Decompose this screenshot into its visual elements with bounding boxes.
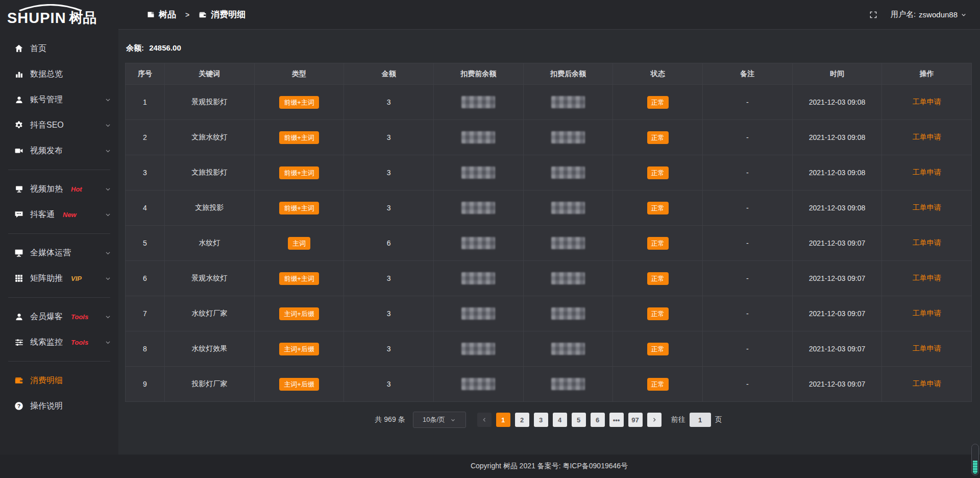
sidebar-item-video-publish[interactable]: 视频发布 bbox=[0, 138, 118, 163]
sidebar-item-help[interactable]: ? 操作说明 bbox=[0, 393, 118, 419]
work-order-link[interactable]: 工单申请 bbox=[913, 133, 941, 142]
work-order-link[interactable]: 工单申请 bbox=[913, 379, 941, 389]
fullscreen-icon[interactable] bbox=[869, 11, 877, 19]
chevron-down-icon bbox=[450, 417, 456, 423]
page-button-5[interactable]: 5 bbox=[572, 413, 586, 427]
chevron-down-icon bbox=[105, 275, 111, 282]
goto-page-input[interactable] bbox=[690, 413, 711, 427]
cell-index: 5 bbox=[126, 226, 165, 261]
sidebar-item-data-overview[interactable]: 数据总览 bbox=[0, 61, 118, 87]
help-icon: ? bbox=[14, 401, 23, 411]
cell-amount: 3 bbox=[344, 367, 434, 402]
cell-keyword: 文旅水纹灯 bbox=[165, 120, 255, 155]
cell-action: 工单申请 bbox=[882, 296, 972, 331]
work-order-link[interactable]: 工单申请 bbox=[913, 203, 941, 212]
sidebar-item-media-operation[interactable]: 全媒体运营 bbox=[0, 240, 118, 266]
status-badge: 正常 bbox=[647, 166, 669, 179]
sidebar-item-member-burst[interactable]: 会员爆客 Tools bbox=[0, 304, 118, 329]
col-header: 状态 bbox=[613, 63, 703, 85]
sidebar-item-matrix-boost[interactable]: 矩阵助推 VIP bbox=[0, 266, 118, 291]
work-order-link[interactable]: 工单申请 bbox=[913, 238, 941, 248]
sidebar-item-clue-monitor[interactable]: 线索监控 Tools bbox=[0, 329, 118, 355]
redacted-balance-after bbox=[551, 96, 585, 108]
cell-balance-after bbox=[524, 296, 614, 331]
cell-type: 前缀+主词 bbox=[255, 155, 345, 190]
col-header: 关键词 bbox=[165, 63, 255, 85]
sidebar-item-home[interactable]: 首页 bbox=[0, 36, 118, 61]
breadcrumb-root[interactable]: 树品 bbox=[159, 9, 176, 20]
sidebar-item-consume-detail[interactable]: 消费明细 bbox=[0, 368, 118, 393]
work-order-link[interactable]: 工单申请 bbox=[913, 274, 941, 283]
cell-type: 主词 bbox=[255, 226, 345, 261]
cell-balance-before bbox=[434, 190, 524, 226]
page-button-3[interactable]: 3 bbox=[534, 413, 548, 427]
cell-type: 主词+后缀 bbox=[255, 296, 345, 331]
cell-balance-after bbox=[524, 261, 614, 296]
sidebar-divider bbox=[8, 361, 110, 362]
sidebar-item-douyin-seo[interactable]: 抖音SEO bbox=[0, 112, 118, 138]
goto-label: 前往 bbox=[671, 415, 685, 424]
page-ellipsis-button[interactable]: ••• bbox=[609, 413, 624, 427]
table-row: 4 文旅投影 前缀+主词 3 正常 - 2021-12-03 09:08 工单申… bbox=[126, 190, 972, 226]
cell-status: 正常 bbox=[613, 226, 703, 261]
sidebar-item-label: 视频加热 bbox=[30, 184, 63, 195]
cell-status: 正常 bbox=[613, 85, 703, 120]
cell-amount: 3 bbox=[344, 261, 434, 296]
sidebar-item-label: 会员爆客 bbox=[30, 312, 63, 322]
page-size-select[interactable]: 10条/页 bbox=[413, 412, 466, 428]
col-header: 序号 bbox=[126, 63, 165, 85]
panel-icon bbox=[147, 11, 155, 18]
cell-amount: 3 bbox=[344, 190, 434, 226]
sidebar-item-label: 视频发布 bbox=[30, 146, 63, 156]
new-tag: New bbox=[63, 211, 77, 219]
work-order-link[interactable]: 工单申请 bbox=[913, 309, 941, 318]
seo-gear-icon bbox=[14, 121, 23, 130]
redacted-balance-after bbox=[551, 202, 585, 214]
col-header: 类型 bbox=[255, 63, 345, 85]
sidebar: SHUPIN 树品 首页 数据总览 账号管理 抖音SEO bbox=[0, 0, 118, 455]
cell-balance-before bbox=[434, 85, 524, 120]
cell-remark: - bbox=[703, 155, 793, 190]
page-button-1[interactable]: 1 bbox=[496, 413, 510, 427]
cell-remark: - bbox=[703, 261, 793, 296]
type-badge: 主词+后缀 bbox=[279, 378, 319, 391]
sidebar-item-douketong[interactable]: 抖客通 New bbox=[0, 202, 118, 227]
work-order-link[interactable]: 工单申请 bbox=[913, 344, 941, 353]
cell-balance-after bbox=[524, 155, 614, 190]
scrollbar-widget[interactable] bbox=[971, 444, 979, 475]
type-badge: 主词 bbox=[288, 237, 310, 250]
user-menu[interactable]: 用户名: zswodun88 bbox=[891, 10, 967, 19]
cell-remark: - bbox=[703, 226, 793, 261]
table-row: 2 文旅水纹灯 前缀+主词 3 正常 - 2021-12-03 09:08 工单… bbox=[126, 120, 972, 155]
page-button-6[interactable]: 6 bbox=[591, 413, 605, 427]
sidebar-item-label: 线索监控 bbox=[30, 337, 63, 348]
page-button-2[interactable]: 2 bbox=[515, 413, 529, 427]
chevron-down-icon bbox=[105, 148, 111, 154]
cell-balance-after bbox=[524, 367, 614, 402]
clue-sliders-icon bbox=[14, 338, 23, 347]
work-order-link[interactable]: 工单申请 bbox=[913, 168, 941, 177]
cell-remark: - bbox=[703, 190, 793, 226]
type-badge: 主词+后缀 bbox=[279, 307, 319, 320]
page-button-97[interactable]: 97 bbox=[628, 413, 643, 427]
redacted-balance-after bbox=[551, 131, 585, 144]
cell-time: 2021-12-03 09:08 bbox=[793, 190, 883, 226]
col-header: 操作 bbox=[882, 63, 972, 85]
sidebar-item-video-heat[interactable]: 视频加热 Hot bbox=[0, 176, 118, 202]
breadcrumb-separator: > bbox=[185, 11, 189, 19]
cell-action: 工单申请 bbox=[882, 226, 972, 261]
cell-balance-after bbox=[524, 85, 614, 120]
sidebar-item-account-manage[interactable]: 账号管理 bbox=[0, 87, 118, 112]
chevron-down-icon bbox=[105, 250, 111, 256]
page-button-4[interactable]: 4 bbox=[553, 413, 567, 427]
content-area: 余额: 24856.00 序号 关键词 类型 金额 扣费前余额 扣费后余额 状态… bbox=[118, 30, 980, 455]
type-badge: 前缀+主词 bbox=[279, 272, 319, 285]
prev-page-button[interactable] bbox=[477, 413, 492, 427]
status-badge: 正常 bbox=[647, 272, 669, 285]
sidebar-item-label: 抖客通 bbox=[30, 209, 55, 220]
next-page-button[interactable] bbox=[647, 413, 662, 427]
sidebar-item-label: 操作说明 bbox=[30, 401, 63, 412]
breadcrumb-current[interactable]: 消费明细 bbox=[211, 9, 246, 20]
work-order-link[interactable]: 工单申请 bbox=[913, 98, 941, 107]
account-user-icon bbox=[14, 95, 23, 104]
